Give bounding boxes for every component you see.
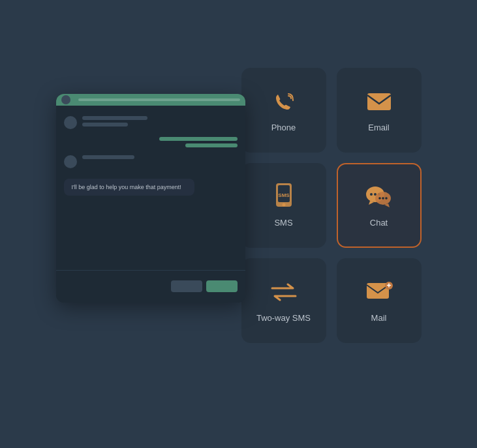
message-line [82, 155, 134, 159]
agent-message-lines [82, 155, 134, 159]
header-bar [78, 98, 240, 101]
channel-card-phone[interactable]: Phone [241, 68, 326, 153]
svg-point-6 [370, 193, 373, 196]
twoway-icon-container [269, 278, 298, 306]
svg-point-3 [282, 203, 285, 207]
channel-card-chat[interactable]: Chat [337, 163, 422, 248]
channel-label-email: Email [368, 123, 390, 132]
svg-rect-0 [367, 93, 391, 110]
channel-card-sms[interactable]: SMS SMS [241, 163, 326, 248]
chat-icon [365, 184, 393, 210]
chat-footer [56, 270, 245, 303]
channel-label-sms: SMS [274, 218, 292, 228]
sms-icon: SMS [272, 183, 296, 211]
agent-avatar [64, 116, 77, 129]
email-icon-container [365, 87, 393, 116]
scene: I'll be glad to help you make that payme… [56, 68, 422, 381]
agent-message-lines [82, 116, 147, 127]
chat-message-row [64, 155, 238, 168]
confirm-button[interactable] [206, 280, 238, 292]
channel-label-mail: Mail [371, 313, 387, 323]
channel-grid: Phone Email SMS SMS [241, 68, 422, 343]
chat-body: I'll be glad to help you make that payme… [56, 106, 245, 270]
mail-icon [365, 282, 393, 303]
chat-window-header [56, 94, 245, 106]
channel-card-twoway-sms[interactable]: Two-way SMS [241, 258, 326, 343]
channel-card-mail[interactable]: Mail [337, 258, 422, 343]
chat-icon-container [365, 183, 393, 211]
chat-window: I'll be glad to help you make that payme… [56, 94, 245, 303]
user-message-right [159, 137, 238, 147]
chat-message-bubble: I'll be glad to help you make that payme… [64, 179, 194, 196]
channel-card-email[interactable]: Email [337, 68, 422, 153]
user-line [185, 143, 238, 147]
phone-icon-container [269, 87, 298, 116]
channel-label-phone: Phone [271, 123, 296, 132]
sms-icon-container: SMS [269, 183, 298, 211]
email-icon [366, 92, 392, 112]
twoway-icon [269, 283, 298, 301]
header-avatar [61, 95, 70, 104]
user-line [159, 137, 238, 141]
cancel-button[interactable] [171, 280, 202, 292]
channel-label-chat: Chat [370, 218, 388, 228]
message-line [82, 116, 147, 120]
mail-icon-container [365, 278, 393, 306]
svg-text:SMS: SMS [278, 192, 290, 198]
message-line [82, 123, 128, 127]
svg-point-12 [385, 197, 388, 200]
svg-point-10 [378, 197, 381, 200]
svg-point-11 [382, 197, 384, 200]
channel-label-twoway: Two-way SMS [256, 313, 311, 323]
chat-message-row [64, 116, 238, 129]
phone-icon [271, 89, 296, 114]
agent-avatar [64, 155, 77, 168]
